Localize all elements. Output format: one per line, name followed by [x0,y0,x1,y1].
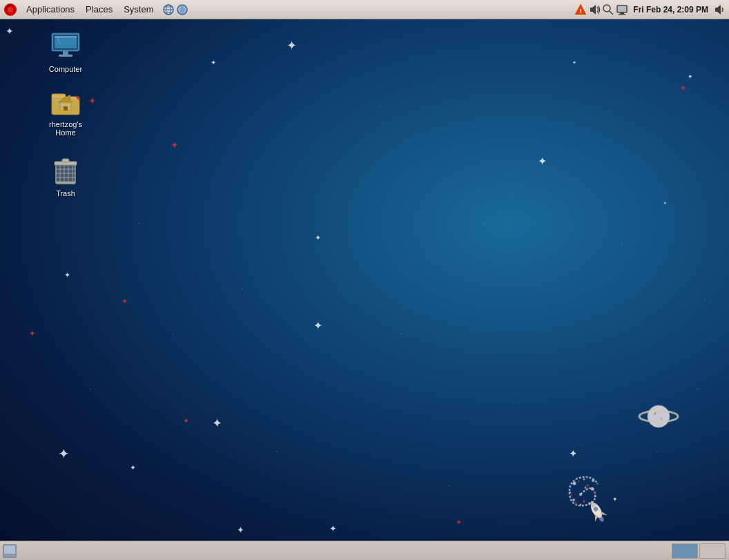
svg-marker-23 [592,514,600,522]
svg-rect-74 [4,545,15,554]
svg-point-18 [574,502,577,505]
search-icon[interactable] [601,3,615,17]
panel-left: Applications Places System [0,0,189,19]
star: ✦ [237,525,244,535]
star: · [621,242,623,247]
star: · [138,221,139,226]
star: ✦ [286,38,297,53]
star: ✦ [58,445,70,462]
display-icon[interactable] [615,3,629,17]
star-red: ✦ [29,329,36,338]
svg-marker-24 [600,510,608,518]
star: ✦ [572,60,576,66]
svg-line-67 [610,11,613,15]
svg-point-16 [593,491,596,494]
svg-point-66 [603,5,610,12]
star: ✦ [64,271,70,280]
svg-rect-53 [56,182,75,184]
star: ✦ [538,155,547,168]
star: ✦ [130,463,136,472]
workspace-2-button[interactable] [699,543,726,559]
star: · [380,104,381,108]
svg-point-10 [572,499,575,501]
svg-rect-70 [619,14,625,15]
svg-marker-72 [715,5,721,15]
svg-point-55 [8,7,13,12]
network-globe2-icon[interactable] [175,3,189,17]
svg-point-9 [580,504,582,506]
svg-point-21 [589,501,604,520]
network-globe1-icon[interactable] [162,3,175,17]
desktop-icon-trash[interactable]: Trash [38,151,93,200]
svg-rect-31 [59,55,72,57]
volume-right-icon[interactable] [712,3,726,17]
svg-point-2 [654,413,657,415]
star: · [90,387,91,392]
bottom-panel [0,541,729,560]
svg-rect-75 [4,554,15,557]
star: · [242,287,243,291]
panel-right: ! Fri F [574,0,729,19]
svg-text:!: ! [580,8,582,15]
show-desktop-button[interactable] [1,543,18,559]
workspace-1-button[interactable] [672,543,698,559]
svg-point-25 [593,506,599,512]
star: · [400,331,402,336]
star: ✦ [313,319,322,332]
svg-point-8 [588,502,591,505]
star: ✦ [612,496,618,503]
update-notifier-icon[interactable]: ! [574,3,587,17]
panel-app-icon[interactable] [3,2,18,17]
svg-rect-41 [68,104,70,106]
svg-marker-22 [588,499,598,509]
svg-point-0 [648,405,670,427]
desktop-icon-computer[interactable]: Computer [38,26,93,76]
desktop-icon-home[interactable]: rhertzog's Home [38,81,93,139]
star: ✦ [211,59,216,66]
system-menu[interactable]: System [118,0,159,19]
star: ✦ [212,416,222,431]
svg-point-4 [579,493,582,496]
svg-rect-52 [62,159,69,162]
star-red: ✦ [171,139,179,151]
svg-rect-40 [61,104,64,106]
desktop: ✦ ✦ ✦ ✦ ✦ ✦ ✦ ✦ ✦ ✦ ✦ ✦ ✦ ✦ ✦ ✦ ✦ · · · … [0,0,729,560]
svg-point-19 [571,494,573,496]
star: · [276,449,278,454]
svg-rect-69 [620,12,624,14]
svg-point-13 [583,479,585,481]
star: ✦ [6,26,14,37]
star: ✦ [329,523,337,534]
places-menu[interactable]: Places [80,0,118,19]
svg-rect-42 [68,95,70,99]
svg-point-14 [592,479,594,482]
star: · [518,400,519,405]
panel-datetime[interactable]: Fri Feb 24, 2:09 PM [629,5,712,15]
svg-rect-39 [64,106,68,110]
svg-point-17 [583,500,585,503]
home-icon-label: rhertzog's Home [41,120,90,137]
star: ✦ [688,73,693,80]
svg-point-12 [573,482,576,485]
svg-marker-65 [590,5,596,15]
star: · [442,128,443,133]
svg-point-5 [585,487,587,489]
svg-point-26 [598,514,605,523]
applications-menu[interactable]: Applications [21,0,80,19]
star-red: ✦ [456,518,462,527]
star: ✦ [569,447,578,460]
svg-point-6 [591,487,594,491]
star: ✦ [663,200,668,206]
star: · [697,387,699,392]
svg-point-7 [594,496,596,498]
workspace-switcher [671,543,726,559]
star: · [173,331,174,336]
trash-icon-label: Trash [56,189,75,197]
star: · [449,483,450,488]
star: · [483,221,485,226]
star: · [656,449,657,454]
star-red: ✦ [183,416,189,425]
svg-rect-71 [618,6,626,12]
volume-icon[interactable] [587,3,601,17]
svg-point-15 [586,484,589,487]
